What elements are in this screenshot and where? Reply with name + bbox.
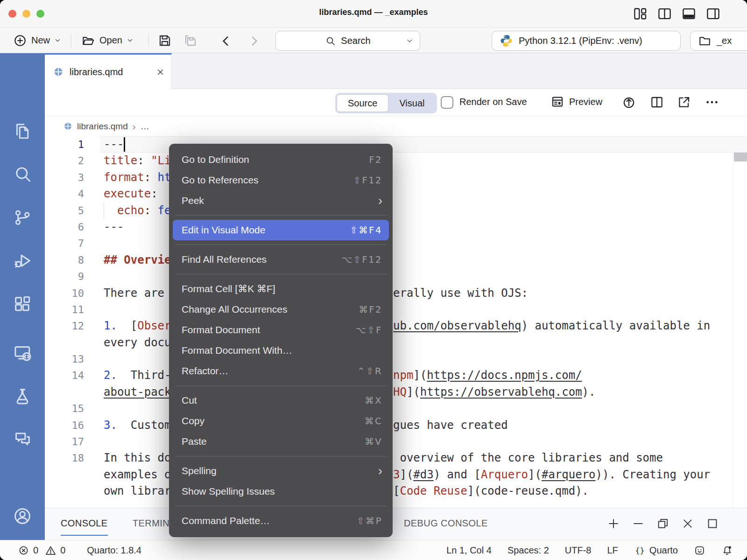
menu-item-format-document-with[interactable]: Format Document With… [169, 340, 393, 361]
plus-icon[interactable] [607, 517, 620, 530]
code-line: 142. Third-npm](https://docs.npmjs.com/ [45, 367, 747, 384]
save-button[interactable] [157, 33, 172, 48]
zoom-window-button[interactable] [36, 10, 44, 18]
code-token: Custom [124, 419, 171, 432]
minimize-window-button[interactable] [22, 10, 30, 18]
open-in-new-window-button[interactable] [677, 95, 691, 110]
menu-item-refactor[interactable]: Refactor…⌃⇧R [169, 361, 393, 381]
code-token: npm [393, 369, 413, 382]
panel-tab-console[interactable]: CONSOLE [61, 518, 108, 536]
save-all-button[interactable] [183, 33, 198, 48]
menu-item-shortcut: ⇧⌘F4 [350, 225, 382, 236]
restore-icon[interactable] [656, 517, 669, 530]
activity-item-comments[interactable] [13, 429, 32, 449]
activity-item-source-control[interactable] [13, 208, 32, 227]
code-text-left: format: ht [104, 169, 171, 186]
toggle-secondary-sidebar-icon[interactable] [705, 6, 721, 21]
tab-libraries-qmd[interactable]: libraries.qmd [45, 53, 172, 89]
menu-item-format-document[interactable]: Format Document⌥⇧F [169, 320, 393, 340]
menu-item-paste[interactable]: Paste⌘V [169, 431, 393, 452]
smiley-icon [694, 545, 705, 556]
beaker-icon [13, 386, 32, 406]
more-actions-button[interactable] [705, 95, 719, 110]
status-item-0[interactable]: 0 [18, 545, 38, 556]
new-button[interactable]: New [13, 28, 61, 53]
line-number: 11 [45, 301, 84, 318]
code-token: examples o [104, 468, 171, 481]
line-number: 1 [45, 136, 84, 153]
workspace-folder-button[interactable]: _ex [690, 31, 747, 51]
maximize-icon[interactable] [706, 517, 719, 530]
code-token: echo [117, 204, 144, 217]
menu-item-change-all-occurrences[interactable]: Change All Occurrences⌘F2 [169, 299, 393, 320]
activity-item-extensions[interactable] [13, 294, 32, 314]
activity-item-run-debug[interactable] [13, 251, 32, 271]
menu-item-copy[interactable]: Copy⌘C [169, 411, 393, 431]
customize-layout-icon[interactable] [633, 6, 648, 21]
close-tab-icon[interactable] [156, 68, 165, 77]
status-item-text: Spaces: 2 [507, 545, 549, 556]
status-item-lf[interactable]: LF [607, 545, 618, 556]
code-token: There are [104, 287, 171, 300]
split-editor-button[interactable] [649, 95, 664, 110]
chevron-down-icon[interactable] [406, 37, 414, 45]
toolbar-divider [71, 34, 71, 47]
interpreter-selector[interactable]: Python 3.12.1 (PipEnv: .venv) [492, 31, 681, 51]
menu-item-spelling[interactable]: Spelling› [169, 461, 393, 481]
render-document-button[interactable] [621, 95, 636, 110]
status-item-bell-dot-icon[interactable] [721, 545, 733, 556]
activity-item-remote-explorer[interactable] [13, 343, 32, 363]
code-token: ## Overvie [104, 253, 171, 266]
open-button[interactable]: Open [81, 28, 134, 53]
status-item-quarto-1-8-4[interactable]: Quarto: 1.8.4 [87, 545, 141, 556]
preview-button[interactable]: Preview [550, 95, 602, 109]
menu-item-command-palette[interactable]: Command Palette…⇧⌘P [169, 511, 393, 531]
forward-button[interactable] [247, 34, 261, 49]
status-item-0[interactable]: 0 [45, 545, 65, 556]
menu-item-peek[interactable]: Peek› [169, 190, 393, 211]
code-token: ]( [413, 369, 427, 382]
status-item-text: Quarto [649, 545, 678, 556]
close-window-button[interactable] [8, 10, 16, 18]
menu-item-label: Show Spelling Issues [182, 486, 275, 497]
menu-item-label: Edit in Visual Mode [182, 224, 265, 236]
menu-item-show-spelling-issues[interactable]: Show Spelling Issues [169, 481, 393, 502]
code-token: 2. [104, 369, 124, 382]
code-editor[interactable]: 1---2title: "Li3format: ht4execute:5 ech… [45, 136, 747, 508]
visual-mode-button[interactable]: Visual [388, 94, 435, 112]
source-mode-button[interactable]: Source [337, 94, 388, 112]
code-token: erally use with OJS: [393, 287, 528, 300]
activity-item-testing[interactable] [13, 386, 32, 406]
menu-separator [176, 274, 386, 274]
menu-item-format-cell-k-f[interactable]: Format Cell [⌘K ⌘F] [169, 279, 393, 299]
menu-item-go-to-definition[interactable]: Go to DefinitionF2 [169, 149, 393, 170]
status-item-spaces-2[interactable]: Spaces: 2 [507, 545, 549, 556]
toggle-panel-icon[interactable] [681, 6, 697, 21]
breadcrumb-more[interactable]: … [141, 121, 149, 132]
split-editor-layout-icon[interactable] [657, 6, 672, 21]
close-icon[interactable] [681, 517, 694, 530]
breadcrumb[interactable]: libraries.qmd › … [45, 116, 747, 136]
menu-item-find-all-references[interactable]: Find All References⌥⇧F12 [169, 249, 393, 270]
activity-item-explorer[interactable] [13, 121, 32, 141]
render-on-save-checkbox[interactable] [441, 96, 453, 109]
menu-item-edit-in-visual-mode[interactable]: Edit in Visual Mode⇧⌘F4 [173, 220, 389, 240]
code-token: ](code-reuse.qmd). [467, 484, 589, 497]
code-token: : [144, 204, 158, 217]
editor-actions-row: Source Visual Render on Save Preview [45, 89, 747, 116]
menu-separator [176, 456, 386, 456]
remote-icon [13, 343, 32, 363]
minus-icon[interactable] [632, 517, 645, 530]
back-button[interactable] [218, 34, 233, 49]
search-input[interactable]: Search [275, 31, 420, 51]
menu-item-go-to-references[interactable]: Go to References⇧F12 [169, 170, 393, 190]
breadcrumb-file[interactable]: libraries.qmd [77, 121, 128, 132]
activity-item-search[interactable] [13, 164, 32, 184]
activity-item-account[interactable] [13, 506, 32, 526]
panel-tab-debug-console[interactable]: DEBUG CONSOLE [404, 518, 488, 535]
status-item-ln-1-col-4[interactable]: Ln 1, Col 4 [446, 545, 492, 556]
status-item-utf-8[interactable]: UTF-8 [565, 545, 592, 556]
status-item-quarto[interactable]: {}Quarto [634, 545, 678, 556]
menu-item-cut[interactable]: Cut⌘X [169, 390, 393, 411]
status-item-smiley-icon[interactable] [694, 545, 705, 556]
